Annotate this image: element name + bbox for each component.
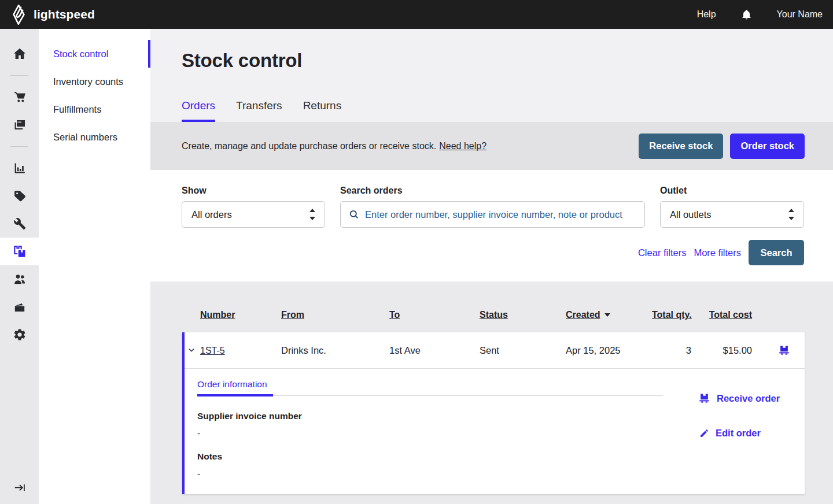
sidebar-item-stock-control[interactable]: Stock control [39,40,150,68]
outlet-select-value: All outlets [670,209,712,220]
table-header: Number From To Status Created Total qty.… [182,298,805,332]
edit-order-label: Edit order [716,428,761,439]
tabs: Orders Transfers Returns [182,99,833,122]
filters-section: Show All orders Search orders Outlet [150,170,833,281]
search-orders-input[interactable] [365,209,636,220]
orders-table: Number From To Status Created Total qty.… [150,281,833,504]
rail-divider [10,75,28,76]
order-card: 1ST-5 Drinks Inc. 1st Ave Sent Apr 15, 2… [182,332,805,494]
edit-order-action[interactable]: Edit order [698,428,780,439]
column-header-total-qty[interactable]: Total qty. [652,310,691,320]
wrench-icon[interactable] [0,210,39,238]
reports-icon[interactable] [0,154,39,182]
stock-sidebar: Stock control Inventory counts Fulfillme… [39,29,150,504]
show-select-value: All orders [191,209,232,220]
search-orders-label: Search orders [340,186,645,196]
page-title: Stock control [182,50,833,72]
bell-icon[interactable] [741,9,752,20]
pencil-icon [699,428,709,438]
banner-text: Create, manage and update purchase order… [182,141,436,151]
lightspeed-flame-icon [13,5,25,25]
receive-order-label: Receive order [717,393,780,404]
brand-wordmark: lightspeed [34,8,95,21]
user-menu[interactable]: Your Name [777,9,823,20]
receive-order-action[interactable]: Receive order [698,392,780,405]
column-header-number[interactable]: Number [200,310,281,320]
column-header-created[interactable]: Created [566,310,600,320]
search-icon [349,209,359,220]
column-header-status[interactable]: Status [480,310,566,320]
icon-rail [0,29,39,504]
order-information-tab[interactable]: Order information [197,379,267,390]
notes-value: - [197,469,805,479]
topbar: lightspeed Help Your Name [0,0,833,29]
gear-icon[interactable] [0,321,39,349]
chevron-down-icon[interactable] [182,346,200,354]
tab-transfers[interactable]: Transfers [236,99,282,122]
show-select[interactable]: All orders [182,201,325,228]
more-filters-link[interactable]: More filters [694,247,741,258]
show-label: Show [182,186,325,196]
order-detail-panel: Order information Supplier invoice numbe… [182,369,805,494]
inventory-boxes-icon[interactable] [0,238,39,265]
rail-divider [10,146,28,147]
column-header-total-cost[interactable]: Total cost [691,310,752,320]
cart-icon[interactable] [0,83,39,111]
order-number-link[interactable]: 1ST-5 [200,346,225,355]
cell-total-cost: $15.00 [691,345,752,356]
cell-status: Sent [480,345,566,356]
sort-desc-icon [605,313,610,317]
panel-tab-underline [197,395,663,396]
collapse-icon[interactable] [0,476,39,499]
receive-pallet-icon[interactable] [778,344,805,357]
receive-pallet-icon [698,392,710,405]
clear-filters-link[interactable]: Clear filters [638,247,686,258]
tab-orders[interactable]: Orders [182,99,215,122]
till-icon[interactable] [0,293,39,321]
cell-to: 1st Ave [389,345,480,356]
register-icon[interactable] [0,111,39,139]
sidebar-item-serial-numbers[interactable]: Serial numbers [39,123,150,151]
receive-stock-button[interactable]: Receive stock [639,134,723,159]
stepper-icon [309,209,315,220]
sidebar-item-inventory-counts[interactable]: Inventory counts [39,68,150,95]
cell-total-qty: 3 [652,345,691,356]
need-help-link[interactable]: Need help? [439,141,486,151]
outlet-label: Outlet [660,186,804,196]
cell-created: Apr 15, 2025 [566,345,652,356]
search-button[interactable]: Search [749,240,804,265]
tab-returns[interactable]: Returns [303,99,342,122]
stepper-icon [788,209,794,220]
lightspeed-logo[interactable]: lightspeed [13,5,95,25]
intro-banner: Create, manage and update purchase order… [150,122,833,170]
column-header-to[interactable]: To [389,310,480,320]
outlet-select[interactable]: All outlets [660,201,804,228]
cell-from: Drinks Inc. [281,345,389,356]
help-link[interactable]: Help [697,9,716,20]
notes-label: Notes [197,451,805,462]
table-row[interactable]: 1ST-5 Drinks Inc. 1st Ave Sent Apr 15, 2… [182,332,805,369]
column-header-from[interactable]: From [281,310,389,320]
sidebar-item-fulfillments[interactable]: Fulfillments [39,95,150,123]
tag-icon[interactable] [0,182,39,210]
home-icon[interactable] [0,40,39,68]
page-head: Stock control Orders Transfers Returns [150,29,833,122]
customers-icon[interactable] [0,265,39,293]
order-stock-button[interactable]: Order stock [730,134,805,159]
